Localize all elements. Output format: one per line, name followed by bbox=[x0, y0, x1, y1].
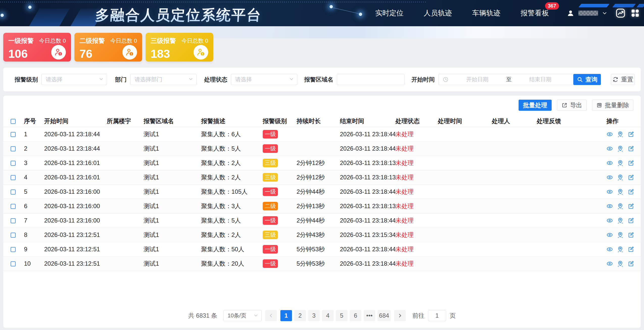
locate-icon[interactable] bbox=[617, 160, 624, 166]
reset-button[interactable]: 重置 bbox=[611, 74, 635, 85]
locate-icon[interactable] bbox=[617, 203, 624, 209]
search-button[interactable]: 查询 bbox=[573, 74, 601, 85]
status-text: 未处理 bbox=[395, 246, 414, 253]
page-button-2[interactable]: 2 bbox=[294, 310, 306, 321]
username-masked[interactable] bbox=[578, 11, 598, 16]
edit-icon[interactable] bbox=[628, 188, 634, 195]
page-button-1[interactable]: 1 bbox=[280, 310, 292, 321]
column-header: 处理人 bbox=[487, 115, 532, 127]
cell-index: 7 bbox=[19, 213, 39, 228]
nav-item-alarm-board[interactable]: 报警看板367 bbox=[521, 8, 549, 18]
cell-area-name: 测试1 bbox=[139, 184, 196, 199]
view-icon[interactable] bbox=[606, 246, 613, 253]
edit-icon[interactable] bbox=[628, 260, 634, 267]
prev-page-button[interactable] bbox=[265, 310, 277, 321]
cell-building bbox=[102, 256, 139, 271]
cell-index: 8 bbox=[19, 228, 39, 242]
column-header: 报警区域名 bbox=[139, 115, 196, 127]
locate-icon[interactable] bbox=[617, 260, 624, 267]
page-ellipsis[interactable]: ••• bbox=[364, 310, 375, 321]
user-avatar-icon[interactable] bbox=[567, 9, 574, 17]
locate-icon[interactable] bbox=[617, 131, 624, 138]
batch-delete-button[interactable]: 批量删除 bbox=[592, 100, 633, 111]
view-icon[interactable] bbox=[606, 131, 613, 138]
apps-grid-icon[interactable] bbox=[630, 8, 640, 18]
alarm-level-select[interactable]: 请选择 bbox=[41, 74, 107, 85]
cell-index: 6 bbox=[19, 199, 39, 213]
view-icon[interactable] bbox=[606, 145, 613, 152]
view-icon[interactable] bbox=[606, 188, 613, 195]
cell-building bbox=[102, 141, 139, 156]
edit-icon[interactable] bbox=[628, 174, 634, 181]
cell-feedback bbox=[532, 213, 601, 228]
monitor-chart-icon[interactable] bbox=[615, 8, 626, 18]
page-button-684[interactable]: 684 bbox=[378, 310, 391, 321]
cell-end-time: 2026-03-11 23:15:34 bbox=[335, 228, 390, 242]
view-icon[interactable] bbox=[606, 217, 613, 224]
row-checkbox[interactable] bbox=[11, 132, 16, 137]
page-button-6[interactable]: 6 bbox=[350, 310, 361, 321]
view-icon[interactable] bbox=[606, 174, 613, 181]
row-checkbox[interactable] bbox=[11, 161, 16, 166]
cell-handle-time bbox=[433, 213, 487, 228]
cell-area-name: 测试1 bbox=[139, 170, 196, 184]
view-icon[interactable] bbox=[606, 232, 613, 238]
column-header: 报警描述 bbox=[196, 115, 258, 127]
chevron-down-icon[interactable] bbox=[602, 11, 607, 16]
batch-process-button[interactable]: 批量处理 bbox=[519, 100, 552, 111]
row-checkbox[interactable] bbox=[11, 146, 16, 151]
next-page-button[interactable] bbox=[394, 310, 406, 321]
status-select[interactable]: 请选择 bbox=[231, 74, 297, 85]
cell-description: 聚集人数：20人 bbox=[196, 256, 258, 271]
cell-index: 1 bbox=[19, 127, 39, 141]
export-button[interactable]: 导出 bbox=[557, 100, 587, 111]
edit-icon[interactable] bbox=[628, 160, 634, 166]
edit-icon[interactable] bbox=[628, 131, 634, 138]
locate-icon[interactable] bbox=[617, 188, 624, 195]
department-select[interactable]: 请选择部门 bbox=[130, 74, 197, 85]
nav-item-person-track[interactable]: 人员轨迹 bbox=[424, 8, 452, 18]
edit-icon[interactable] bbox=[628, 217, 634, 224]
table-row: 2 2026-03-11 23:18:44 测试1 聚集人数：5人 一级 202… bbox=[3, 141, 641, 156]
row-checkbox[interactable] bbox=[11, 218, 16, 223]
row-checkbox[interactable] bbox=[11, 247, 16, 252]
table-row: 7 2026-03-11 23:16:00 测试1 聚集人数：5人 一级 2分钟… bbox=[3, 213, 641, 228]
view-icon[interactable] bbox=[606, 203, 613, 209]
level-badge: 一级 bbox=[263, 259, 278, 268]
nav-item-realtime-location[interactable]: 实时定位 bbox=[375, 8, 404, 18]
edit-icon[interactable] bbox=[628, 232, 634, 238]
row-checkbox[interactable] bbox=[11, 233, 16, 238]
view-icon[interactable] bbox=[606, 160, 613, 166]
select-all-checkbox[interactable] bbox=[11, 119, 16, 124]
area-name-input[interactable] bbox=[337, 74, 405, 85]
page-button-3[interactable]: 3 bbox=[308, 310, 320, 321]
edit-icon[interactable] bbox=[628, 203, 634, 209]
cell-feedback bbox=[532, 141, 601, 156]
page-button-5[interactable]: 5 bbox=[336, 310, 347, 321]
locate-icon[interactable] bbox=[617, 217, 624, 224]
edit-icon[interactable] bbox=[628, 246, 634, 253]
locate-icon[interactable] bbox=[617, 246, 624, 253]
page-size-select[interactable]: 10条/页 bbox=[223, 310, 262, 321]
cell-area-name: 测试1 bbox=[139, 156, 196, 170]
person-alert-icon bbox=[51, 45, 66, 60]
edit-icon[interactable] bbox=[628, 145, 634, 152]
page-button-4[interactable]: 4 bbox=[322, 310, 334, 321]
date-range-picker[interactable]: 开始日期 至 结束日期 bbox=[438, 74, 573, 85]
locate-icon[interactable] bbox=[617, 174, 624, 181]
locate-icon[interactable] bbox=[617, 145, 624, 152]
nav-item-vehicle-track[interactable]: 车辆轨迹 bbox=[472, 8, 500, 18]
goto-page-input[interactable] bbox=[428, 310, 446, 321]
row-checkbox[interactable] bbox=[11, 189, 16, 195]
row-checkbox[interactable] bbox=[11, 261, 16, 266]
view-icon[interactable] bbox=[606, 260, 613, 267]
row-checkbox[interactable] bbox=[11, 204, 16, 209]
row-checkbox[interactable] bbox=[11, 175, 16, 180]
column-header: 处理时间 bbox=[433, 115, 487, 127]
reset-button-label: 重置 bbox=[621, 75, 633, 84]
locate-icon[interactable] bbox=[617, 232, 624, 238]
status-text: 未处理 bbox=[395, 231, 414, 238]
level-badge: 二级 bbox=[263, 202, 278, 210]
level-badge: 一级 bbox=[263, 245, 278, 254]
cell-start-time: 2026-03-11 23:16:00 bbox=[39, 199, 102, 213]
